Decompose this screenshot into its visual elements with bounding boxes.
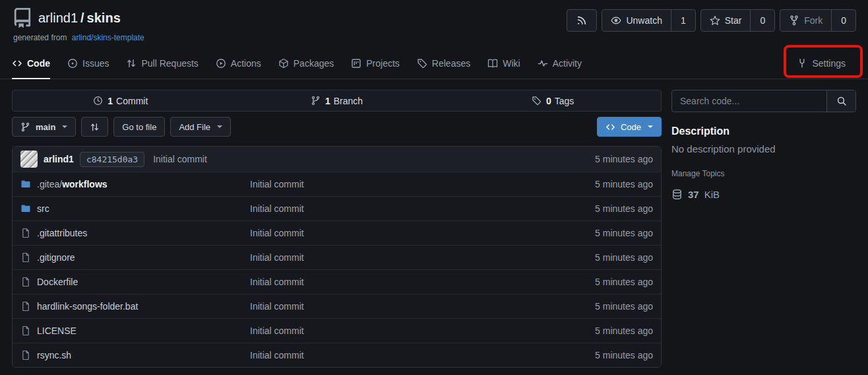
file-name: LICENSE xyxy=(37,325,77,336)
tab-activity-label: Activity xyxy=(553,58,582,69)
repo-sidebar: Description No description provided Mana… xyxy=(671,90,856,368)
tab-packages[interactable]: Packages xyxy=(278,48,334,79)
branches-label: Branch xyxy=(334,96,363,106)
activity-pulse-icon xyxy=(538,58,548,69)
star-button[interactable]: Star xyxy=(701,10,751,31)
file-name: .gitignore xyxy=(37,252,75,263)
file-name-link[interactable]: rsync.sh xyxy=(37,350,71,360)
database-icon xyxy=(671,189,683,200)
file-name-prefix: .gitea/ xyxy=(37,179,62,189)
file-name-link[interactable]: src xyxy=(37,203,49,214)
file-row[interactable]: .gitea/workflows Initial commit 5 minute… xyxy=(13,172,661,196)
tab-activity[interactable]: Activity xyxy=(538,48,582,79)
branch-selector[interactable]: main xyxy=(12,117,76,137)
code-download-button[interactable]: Code xyxy=(597,117,662,137)
file-commit-time: 5 minutes ago xyxy=(595,203,653,214)
file-name: workflows xyxy=(62,179,107,189)
tab-settings-label: Settings xyxy=(812,58,846,69)
add-file-label: Add File xyxy=(179,122,210,132)
file-commit-message[interactable]: Initial commit xyxy=(250,252,304,263)
file-row[interactable]: rsync.sh Initial commit 5 minutes ago xyxy=(13,343,661,367)
file-row[interactable]: hardlink-songs-folder.bat Initial commit… xyxy=(13,294,661,318)
file-commit-message[interactable]: Initial commit xyxy=(250,203,304,214)
file-commit-time: 5 minutes ago xyxy=(595,277,653,287)
code-search-box xyxy=(671,90,856,112)
star-group: Star 0 xyxy=(700,9,775,32)
rss-icon xyxy=(576,15,587,26)
file-row[interactable]: LICENSE Initial commit 5 minutes ago xyxy=(13,318,661,343)
tab-settings[interactable]: Settings xyxy=(797,48,846,79)
file-commit-message[interactable]: Initial commit xyxy=(250,179,304,189)
tab-projects-label: Projects xyxy=(366,58,400,69)
search-input[interactable] xyxy=(672,90,826,112)
tab-issues[interactable]: Issues xyxy=(67,48,109,79)
tab-projects[interactable]: Projects xyxy=(351,48,400,79)
commit-message[interactable]: Initial commit xyxy=(153,154,207,164)
fork-icon xyxy=(789,15,799,26)
file-name: rsync.sh xyxy=(37,350,71,360)
search-button[interactable] xyxy=(826,90,855,112)
tab-releases[interactable]: Releases xyxy=(417,48,470,79)
fork-button[interactable]: Fork xyxy=(780,10,831,31)
file-commit-message[interactable]: Initial commit xyxy=(250,350,304,360)
file-commit-time: 5 minutes ago xyxy=(595,179,653,189)
rss-button[interactable] xyxy=(567,9,597,32)
project-board-icon xyxy=(351,58,361,69)
repo-name-link[interactable]: skins xyxy=(87,11,121,25)
tab-code[interactable]: Code xyxy=(12,48,50,79)
book-icon xyxy=(487,58,498,69)
folder-icon xyxy=(20,179,31,189)
branches-summary[interactable]: 1 Branch xyxy=(229,90,445,111)
file-name-link[interactable]: .gitattributes xyxy=(37,228,87,238)
tab-actions-label: Actions xyxy=(231,58,261,69)
repo-owner-link[interactable]: arlind1 xyxy=(38,11,78,25)
chevron-down-icon xyxy=(217,125,222,128)
file-row[interactable]: .gitignore Initial commit 5 minutes ago xyxy=(13,245,661,269)
pull-request-icon xyxy=(126,58,137,69)
file-commit-message[interactable]: Initial commit xyxy=(250,301,304,312)
code-icon xyxy=(12,58,22,69)
manage-topics-link[interactable]: Manage Topics xyxy=(671,169,856,178)
unwatch-button[interactable]: Unwatch xyxy=(602,10,670,31)
commit-sha-badge[interactable]: c84215d0a3 xyxy=(80,152,144,167)
main-content: 1 Commit 1 Branch 0 Tags xyxy=(0,79,868,368)
add-file-button[interactable]: Add File xyxy=(170,117,231,137)
file-row[interactable]: .gitattributes Initial commit 5 minutes … xyxy=(13,221,661,245)
compare-icon xyxy=(90,122,100,132)
branch-icon xyxy=(20,122,30,132)
file-row[interactable]: src Initial commit 5 minutes ago xyxy=(13,196,661,221)
generated-from-row: generated from arlind/skins-template xyxy=(13,33,856,42)
file-name-link[interactable]: .gitignore xyxy=(37,252,75,263)
commit-author-name[interactable]: arlind1 xyxy=(44,154,74,164)
file-commit-message[interactable]: Initial commit xyxy=(250,228,304,238)
header-actions: Unwatch 1 Star 0 Fork xyxy=(567,9,856,32)
tags-summary[interactable]: 0 Tags xyxy=(445,90,661,111)
file-name-link[interactable]: hardlink-songs-folder.bat xyxy=(37,301,138,312)
branch-name: main xyxy=(36,122,55,132)
tab-actions[interactable]: Actions xyxy=(216,48,261,79)
tab-wiki[interactable]: Wiki xyxy=(487,48,520,79)
repo-header: arlind1/skins generated from arlind/skin… xyxy=(0,0,868,42)
file-name-link[interactable]: Dockerfile xyxy=(37,277,78,287)
file-commit-time: 5 minutes ago xyxy=(595,301,653,312)
file-commit-message[interactable]: Initial commit xyxy=(250,325,304,336)
file-name: hardlink-songs-folder.bat xyxy=(37,301,138,312)
file-commit-message[interactable]: Initial commit xyxy=(250,277,304,287)
chevron-down-icon xyxy=(62,125,67,128)
fork-count[interactable]: 0 xyxy=(831,10,855,31)
repo-toolbar: main Go to file Add File xyxy=(12,117,662,137)
file-row[interactable]: Dockerfile Initial commit 5 minutes ago xyxy=(13,269,661,294)
file-table: arlind1 c84215d0a3 Initial commit 5 minu… xyxy=(12,146,662,368)
file-name-link[interactable]: .gitea/workflows xyxy=(37,179,108,189)
tab-pull-requests[interactable]: Pull Requests xyxy=(126,48,198,79)
go-to-file-button[interactable]: Go to file xyxy=(113,117,165,137)
tab-wiki-label: Wiki xyxy=(503,58,520,69)
commit-author-avatar[interactable] xyxy=(20,151,38,168)
watch-count[interactable]: 1 xyxy=(671,10,695,31)
file-name-link[interactable]: LICENSE xyxy=(37,325,77,336)
compare-button[interactable] xyxy=(81,117,108,137)
star-count[interactable]: 0 xyxy=(750,10,774,31)
commits-summary[interactable]: 1 Commit xyxy=(13,90,229,111)
file-commit-time: 5 minutes ago xyxy=(595,325,653,336)
template-repo-link[interactable]: arlind/skins-template xyxy=(72,33,144,42)
